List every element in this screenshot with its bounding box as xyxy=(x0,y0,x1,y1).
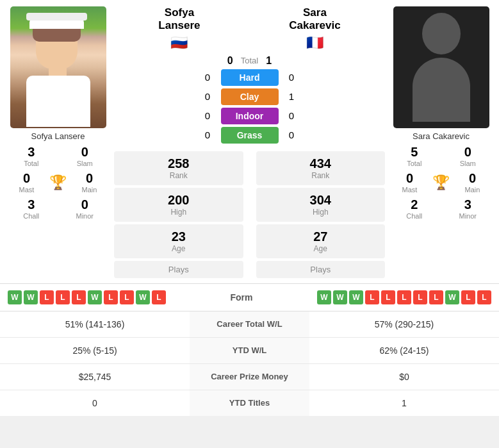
right-form-l2: L xyxy=(381,290,395,304)
table-row-1: 51% (141-136) Career Total W/L 57% (290-… xyxy=(0,311,499,338)
left-main-block: 0 Main xyxy=(73,171,106,194)
left-total-value: 3 xyxy=(10,145,53,160)
right-form-badges: W W W L L L L L W L L xyxy=(317,290,491,304)
ytd-wl-label: YTD W/L xyxy=(190,337,309,363)
career-total-right: 57% (290-215) xyxy=(309,311,499,338)
left-rank-box: 258 Rank xyxy=(114,151,243,185)
left-minor-value: 0 xyxy=(64,197,106,212)
left-form-l6: L xyxy=(152,290,166,304)
clay-row: 0 Clay 1 xyxy=(114,88,385,105)
right-age-label: Age xyxy=(261,244,380,253)
left-form-w4: W xyxy=(136,290,150,304)
right-minor-block: 3 Minor xyxy=(447,197,489,220)
clay-badge: Clay xyxy=(221,88,279,105)
left-form-l1: L xyxy=(40,290,54,304)
left-age-value: 23 xyxy=(119,229,238,244)
left-form-l3: L xyxy=(72,290,86,304)
ytd-wl-right: 62% (24-15) xyxy=(309,337,499,363)
right-age-value: 27 xyxy=(261,229,380,244)
left-form-l2: L xyxy=(56,290,70,304)
stats-table: 51% (141-136) Career Total W/L 57% (290-… xyxy=(0,311,499,416)
indoor-row: 0 Indoor 0 xyxy=(114,108,385,124)
indoor-badge: Indoor xyxy=(221,108,279,124)
right-main-block: 0 Main xyxy=(456,171,489,194)
spacer3 xyxy=(247,224,252,258)
right-form-l7: L xyxy=(477,290,491,304)
career-total-left: 51% (141-136) xyxy=(0,311,190,338)
left-minor-block: 0 Minor xyxy=(64,197,106,220)
main-container: Sofya Lansere 3 Total 0 Slam 0 Mast xyxy=(0,0,499,416)
left-form-l4: L xyxy=(104,290,118,304)
right-form-w2: W xyxy=(333,290,347,304)
right-form-w1: W xyxy=(317,290,331,304)
right-rank-label: Rank xyxy=(261,171,380,180)
left-form-badges: W W L L L W L L W L xyxy=(8,290,166,304)
ytd-titles-label: YTD Titles xyxy=(190,390,309,416)
right-slam-value: 0 xyxy=(447,145,489,160)
hard-right: 0 xyxy=(284,72,300,83)
right-player-stats: 5 Total 0 Slam xyxy=(388,145,494,167)
right-main-value: 0 xyxy=(456,171,489,186)
right-slam-label: Slam xyxy=(447,160,489,167)
left-trophy-icon: 🏆 xyxy=(49,174,67,191)
left-form-w3: W xyxy=(88,290,102,304)
left-slam-value: 0 xyxy=(64,145,106,160)
right-form-w3: W xyxy=(349,290,363,304)
high-boxes-row: 200 High 304 High xyxy=(114,188,385,222)
right-flag: 🇫🇷 xyxy=(289,35,340,51)
right-trophy-icon: 🏆 xyxy=(432,174,450,191)
left-age-label: Age xyxy=(119,244,238,253)
age-boxes-row: 23 Age 27 Age xyxy=(114,224,385,258)
left-chall-minor: 3 Chall 0 Minor xyxy=(5,197,111,220)
total-row: 0 Total 1 xyxy=(227,55,272,67)
left-high-value: 200 xyxy=(119,193,238,208)
grass-left: 0 xyxy=(200,129,216,140)
left-main-value: 0 xyxy=(73,171,106,186)
form-section: W W L L L W L L W L Form W W W L L L xyxy=(0,283,499,311)
table-row-2: 25% (5-15) YTD W/L 62% (24-15) xyxy=(0,337,499,363)
right-player-column: Sara Cakarevic 5 Total 0 Slam 0 Mast xyxy=(388,6,494,278)
form-label: Form xyxy=(224,292,259,303)
left-player-stats: 3 Total 0 Slam xyxy=(5,145,111,167)
left-name-center: Sofya Lansere 🇷🇺 xyxy=(158,6,200,51)
right-chall-label: Chall xyxy=(393,212,436,220)
left-chall-label: Chall xyxy=(10,212,53,220)
ytd-titles-right: 1 xyxy=(309,390,499,416)
total-right: 1 xyxy=(266,55,272,67)
silhouette-body xyxy=(413,58,470,122)
left-name-line1: Sofya xyxy=(158,6,200,19)
career-total-label: Career Total W/L xyxy=(190,311,309,338)
left-flag: 🇷🇺 xyxy=(158,35,200,51)
prize-money-label: Career Prize Money xyxy=(190,363,309,390)
left-slam-label: Slam xyxy=(64,160,106,167)
right-mast-label: Mast xyxy=(393,186,426,194)
left-high-label: High xyxy=(119,208,238,217)
table-row-3: $25,745 Career Prize Money $0 xyxy=(0,363,499,390)
right-name-center: Sara Cakarevic 🇫🇷 xyxy=(289,6,340,51)
left-mast-block: 0 Mast xyxy=(10,171,43,194)
prize-money-left: $25,745 xyxy=(0,363,190,390)
right-rank-box: 434 Rank xyxy=(256,151,386,185)
players-section: Sofya Lansere 3 Total 0 Slam 0 Mast xyxy=(0,0,499,283)
left-chall-block: 3 Chall xyxy=(10,197,53,220)
right-name-line2: Cakarevic xyxy=(289,19,340,32)
right-total-block: 5 Total xyxy=(393,145,436,167)
left-chall-value: 3 xyxy=(10,197,53,212)
plays-row: Plays Plays xyxy=(114,261,385,278)
right-form-l6: L xyxy=(461,290,475,304)
right-chall-value: 2 xyxy=(393,197,436,212)
clay-right: 1 xyxy=(284,91,300,102)
right-chall-block: 2 Chall xyxy=(393,197,436,220)
right-main-label: Main xyxy=(456,186,489,194)
right-high-value: 304 xyxy=(261,193,380,208)
left-plays-box: Plays xyxy=(114,261,243,278)
left-mast-value: 0 xyxy=(10,171,43,186)
spacer xyxy=(247,151,252,185)
names-top-row: Sofya Lansere 🇷🇺 Sara Cakarevic 🇫🇷 xyxy=(114,6,385,51)
right-name-line1: Sara xyxy=(289,6,340,19)
right-age-box: 27 Age xyxy=(256,224,386,258)
hard-row: 0 Hard 0 xyxy=(114,69,385,86)
right-high-label: High xyxy=(261,208,380,217)
right-form-w4: W xyxy=(445,290,459,304)
right-total-value: 5 xyxy=(393,145,436,160)
